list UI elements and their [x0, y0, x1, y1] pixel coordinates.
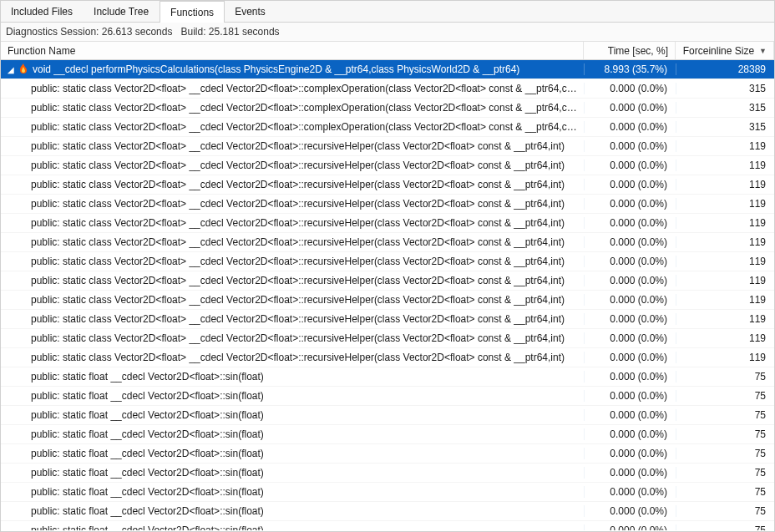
cell-function-name: public: static class Vector2D<float> __c… — [1, 160, 584, 171]
cell-function-name: public: static float __cdecl Vector2D<fl… — [1, 371, 584, 383]
cell-function-name: public: static class Vector2D<float> __c… — [1, 332, 584, 344]
cell-time: 0.000 (0.0%) — [584, 179, 676, 190]
column-header-forceinline-size[interactable]: Forceinline Size ▼ — [676, 42, 774, 59]
table-row[interactable]: public: static class Vector2D<float> __c… — [1, 252, 774, 271]
cell-function-name: public: static class Vector2D<float> __c… — [1, 102, 584, 114]
cell-forceinline-size: 315 — [676, 83, 774, 94]
column-header-time[interactable]: Time [sec, %] — [584, 42, 676, 59]
tab-functions[interactable]: Functions — [160, 1, 225, 23]
table-row[interactable]: public: static float __cdecl Vector2D<fl… — [1, 367, 774, 387]
table-row[interactable]: public: static float __cdecl Vector2D<fl… — [1, 521, 774, 530]
cell-forceinline-size: 119 — [676, 313, 774, 325]
table-row[interactable]: public: static class Vector2D<float> __c… — [1, 214, 774, 233]
cell-function-name: public: static class Vector2D<float> __c… — [1, 179, 584, 190]
function-name-text: public: static class Vector2D<float> __c… — [31, 179, 565, 190]
column-header-function-name[interactable]: Function Name — [1, 42, 584, 59]
cell-function-name: public: static class Vector2D<float> __c… — [1, 121, 584, 133]
table-row[interactable]: public: static class Vector2D<float> __c… — [1, 99, 774, 118]
table-row[interactable]: public: static float __cdecl Vector2D<fl… — [1, 425, 774, 444]
flame-icon — [18, 63, 29, 75]
cell-time: 0.000 (0.0%) — [584, 505, 676, 517]
cell-forceinline-size: 75 — [676, 390, 774, 402]
table-row[interactable]: public: static float __cdecl Vector2D<fl… — [1, 444, 774, 464]
tab-bar: Included FilesInclude TreeFunctionsEvent… — [1, 1, 774, 23]
cell-forceinline-size: 119 — [676, 140, 774, 152]
table-row[interactable]: public: static float __cdecl Vector2D<fl… — [1, 464, 774, 483]
cell-time: 0.000 (0.0%) — [584, 121, 676, 133]
table-row[interactable]: public: static class Vector2D<float> __c… — [1, 195, 774, 214]
cell-forceinline-size: 119 — [676, 217, 774, 229]
table-row[interactable]: public: static class Vector2D<float> __c… — [1, 310, 774, 329]
cell-function-name: public: static class Vector2D<float> __c… — [1, 83, 584, 94]
table-row[interactable]: public: static class Vector2D<float> __c… — [1, 137, 774, 156]
cell-forceinline-size: 75 — [676, 409, 774, 421]
cell-forceinline-size: 75 — [676, 467, 774, 479]
cell-function-name: public: static float __cdecl Vector2D<fl… — [1, 390, 584, 402]
table-row[interactable]: public: static class Vector2D<float> __c… — [1, 348, 774, 367]
tab-included-files[interactable]: Included Files — [1, 1, 84, 22]
function-name-text: public: static float __cdecl Vector2D<fl… — [31, 448, 264, 459]
table-row[interactable]: public: static float __cdecl Vector2D<fl… — [1, 406, 774, 425]
cell-forceinline-size: 119 — [676, 198, 774, 210]
table-row[interactable]: public: static class Vector2D<float> __c… — [1, 156, 774, 175]
cell-function-name: public: static float __cdecl Vector2D<fl… — [1, 505, 584, 517]
cell-function-name: public: static class Vector2D<float> __c… — [1, 236, 584, 248]
cell-function-name: public: static class Vector2D<float> __c… — [1, 140, 584, 152]
function-name-text: public: static float __cdecl Vector2D<fl… — [31, 505, 264, 517]
collapse-icon[interactable]: ◢ — [6, 65, 16, 74]
table-row[interactable]: public: static float __cdecl Vector2D<fl… — [1, 502, 774, 521]
cell-function-name: public: static class Vector2D<float> __c… — [1, 198, 584, 210]
function-name-text: public: static float __cdecl Vector2D<fl… — [31, 409, 264, 421]
cell-forceinline-size: 119 — [676, 179, 774, 190]
column-header-label: Time [sec, %] — [608, 45, 668, 57]
sort-descending-icon: ▼ — [759, 47, 767, 55]
cell-function-name: public: static class Vector2D<float> __c… — [1, 217, 584, 229]
cell-time: 0.000 (0.0%) — [584, 217, 676, 229]
function-name-text: public: static class Vector2D<float> __c… — [31, 83, 579, 94]
cell-function-name: public: static float __cdecl Vector2D<fl… — [1, 428, 584, 440]
cell-time: 0.000 (0.0%) — [584, 256, 676, 267]
function-name-text: public: static float __cdecl Vector2D<fl… — [31, 467, 264, 479]
cell-forceinline-size: 119 — [676, 294, 774, 306]
table-row[interactable]: public: static float __cdecl Vector2D<fl… — [1, 387, 774, 406]
cell-time: 0.000 (0.0%) — [584, 390, 676, 402]
table-row[interactable]: public: static class Vector2D<float> __c… — [1, 79, 774, 99]
cell-time: 0.000 (0.0%) — [584, 448, 676, 459]
cell-forceinline-size: 75 — [676, 448, 774, 459]
cell-time: 0.000 (0.0%) — [584, 313, 676, 325]
table-row[interactable]: ◢void __cdecl performPhysicsCalculations… — [1, 60, 774, 79]
column-header-label: Forceinline Size — [683, 45, 754, 57]
tab-events[interactable]: Events — [225, 1, 276, 22]
table-row[interactable]: public: static class Vector2D<float> __c… — [1, 233, 774, 252]
function-rows[interactable]: ◢void __cdecl performPhysicsCalculations… — [1, 60, 774, 530]
cell-forceinline-size: 75 — [676, 505, 774, 517]
cell-forceinline-size: 315 — [676, 121, 774, 133]
cell-function-name: public: static float __cdecl Vector2D<fl… — [1, 467, 584, 479]
cell-time: 0.000 (0.0%) — [584, 467, 676, 479]
table-row[interactable]: public: static float __cdecl Vector2D<fl… — [1, 483, 774, 502]
cell-forceinline-size: 75 — [676, 371, 774, 383]
cell-time: 0.000 (0.0%) — [584, 102, 676, 114]
cell-time: 0.000 (0.0%) — [584, 83, 676, 94]
cell-function-name: public: static class Vector2D<float> __c… — [1, 256, 584, 267]
table-row[interactable]: public: static class Vector2D<float> __c… — [1, 175, 774, 195]
cell-time: 8.993 (35.7%) — [584, 63, 676, 75]
cell-time: 0.000 (0.0%) — [584, 486, 676, 498]
tab-include-tree[interactable]: Include Tree — [84, 1, 160, 22]
function-name-text: public: static float __cdecl Vector2D<fl… — [31, 486, 264, 498]
cell-forceinline-size: 119 — [676, 160, 774, 171]
cell-time: 0.000 (0.0%) — [584, 332, 676, 344]
build-label: Build: — [180, 26, 205, 38]
function-name-text: public: static class Vector2D<float> __c… — [31, 236, 565, 248]
function-name-text: public: static float __cdecl Vector2D<fl… — [31, 428, 264, 440]
cell-forceinline-size: 119 — [676, 352, 774, 363]
cell-time: 0.000 (0.0%) — [584, 275, 676, 286]
table-row[interactable]: public: static class Vector2D<float> __c… — [1, 118, 774, 137]
cell-time: 0.000 (0.0%) — [584, 371, 676, 383]
table-row[interactable]: public: static class Vector2D<float> __c… — [1, 291, 774, 310]
cell-function-name: public: static class Vector2D<float> __c… — [1, 352, 584, 363]
table-row[interactable]: public: static class Vector2D<float> __c… — [1, 329, 774, 348]
cell-function-name: public: static float __cdecl Vector2D<fl… — [1, 486, 584, 498]
function-name-text: public: static float __cdecl Vector2D<fl… — [31, 390, 264, 402]
table-row[interactable]: public: static class Vector2D<float> __c… — [1, 271, 774, 291]
